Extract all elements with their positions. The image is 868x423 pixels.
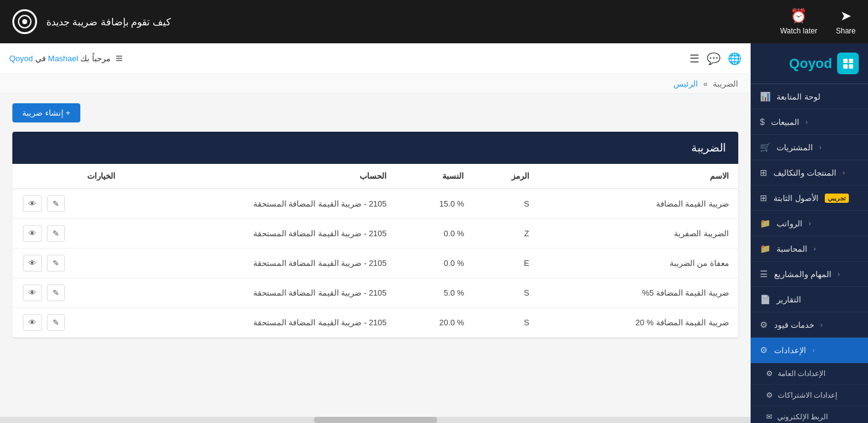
sub-label: الإعدادات العامة xyxy=(778,369,825,378)
chevron-icon: ‹ xyxy=(812,346,815,354)
sidebar-item-fixed-assets[interactable]: تجريبي الأصول الثابتة ⊞ xyxy=(751,186,868,211)
sidebar-item-reports[interactable]: التقارير 📄 xyxy=(751,287,868,312)
chevron-icon: ‹ xyxy=(819,143,822,151)
chat-icon[interactable]: 💬 xyxy=(707,52,720,66)
sidebar-item-products[interactable]: ‹ المنتجات والتكاليف ⊞ xyxy=(751,160,868,186)
cell-symbol: S xyxy=(473,308,538,338)
list-icon[interactable]: ☰ xyxy=(689,52,699,66)
sidebar-item-qoyod-services[interactable]: ‹ خدمات قيود ⚙ xyxy=(751,312,868,338)
cell-rate: % 20.0 xyxy=(396,308,474,338)
watch-later-icon: ⏰ xyxy=(790,8,807,24)
app-header-icons: 🌐 💬 ☰ xyxy=(689,52,741,66)
channel-logo xyxy=(12,9,37,34)
badge-trial: تجريبي xyxy=(825,194,849,203)
col-options: الخيارات xyxy=(12,164,125,189)
col-symbol: الرمز xyxy=(473,164,538,189)
cell-name: معفاة من الضريبة xyxy=(539,249,738,278)
cell-account: 2105 - ضريبة القيمة المضافة المستحقة xyxy=(125,189,396,219)
svg-rect-4 xyxy=(843,64,848,69)
sales-icon: $ xyxy=(760,117,765,127)
chevron-icon: ‹ xyxy=(838,270,840,278)
tax-table-container: الضريبة الاسم الرمز النسبة الحساب الخيار… xyxy=(12,132,738,338)
video-title: كيف تقوم بإضافة ضريبة جديدة xyxy=(46,16,171,28)
salaries-icon: 📁 xyxy=(760,218,770,228)
cell-name: الضريبة الصفرية xyxy=(539,219,738,249)
top-bar-actions: ⏰ Watch later ➤ Share xyxy=(780,8,856,35)
edit-button[interactable]: ✎ xyxy=(47,195,65,212)
sidebar-item-salaries[interactable]: ‹ الرواتب 📁 xyxy=(751,211,868,236)
dashboard-icon: 📊 xyxy=(760,92,770,101)
svg-point-1 xyxy=(22,19,27,24)
sub-settings-icon: ⚙ xyxy=(766,369,773,378)
breadcrumb-separator: » xyxy=(703,79,707,88)
view-button[interactable]: 👁 xyxy=(23,195,42,212)
reports-icon: 📄 xyxy=(760,294,770,304)
cell-actions: ✎ 👁 xyxy=(12,219,125,249)
watch-later-label: Watch later xyxy=(780,27,817,35)
table-title: الضريبة xyxy=(12,132,738,164)
chevron-icon: ‹ xyxy=(843,169,845,176)
sidebar-subitem-electronic-link[interactable]: الربط الإلكتروني ✉ xyxy=(751,406,868,423)
sidebar-item-accounting[interactable]: ‹ المحاسبة 📁 xyxy=(751,236,868,262)
share-label: Share xyxy=(836,27,856,35)
chevron-icon: ‹ xyxy=(809,220,811,227)
sidebar-subitem-subscription-settings[interactable]: إعدادات الاشتراكات ⚙ xyxy=(751,385,868,406)
tax-table: الاسم الرمز النسبة الحساب الخيارات ضريبة… xyxy=(12,164,738,338)
sidebar-item-dashboard[interactable]: لوحة المتابعة 📊 xyxy=(751,84,868,109)
svg-rect-2 xyxy=(843,59,848,63)
sidebar-subitem-general-settings[interactable]: الإعدادات العامة ⚙ xyxy=(751,363,868,385)
edit-button[interactable]: ✎ xyxy=(47,284,65,301)
top-bar-left: كيف تقوم بإضافة ضريبة جديدة xyxy=(12,9,171,34)
scrollbar-thumb[interactable] xyxy=(314,417,437,423)
cell-account: 2105 - ضريبة القيمة المضافة المستحقة xyxy=(125,249,396,278)
edit-button[interactable]: ✎ xyxy=(47,314,65,331)
sidebar-item-sales[interactable]: ‹ المبيعات $ xyxy=(751,109,868,135)
svg-rect-3 xyxy=(849,59,853,63)
top-bar: كيف تقوم بإضافة ضريبة جديدة ⏰ Watch late… xyxy=(0,0,868,43)
cell-actions: ✎ 👁 xyxy=(12,189,125,219)
chevron-icon: ‹ xyxy=(820,321,823,328)
view-button[interactable]: 👁 xyxy=(23,225,42,242)
breadcrumb: الضريبة » الرئيس xyxy=(0,74,751,94)
app-header-right: 🌐 💬 ☰ xyxy=(689,52,741,66)
cell-symbol: S xyxy=(473,189,538,219)
sub-subscription-icon: ⚙ xyxy=(766,391,773,400)
app-header-left: ≡ مرحباً بك Mashael في Qoyod xyxy=(9,51,123,66)
sub-label: إعدادات الاشتراكات xyxy=(778,391,837,400)
products-icon: ⊞ xyxy=(760,168,767,177)
svg-rect-5 xyxy=(849,64,853,69)
main-content: 🌐 💬 ☰ ≡ مرحباً بك Mashael في Qoyod الضري… xyxy=(0,43,868,423)
sub-link-icon: ✉ xyxy=(766,412,772,421)
hamburger-icon[interactable]: ≡ xyxy=(116,51,123,66)
cell-account: 2105 - ضريبة القيمة المضافة المستحقة xyxy=(125,278,396,308)
cell-actions: ✎ 👁 xyxy=(12,308,125,338)
share-icon: ➤ xyxy=(840,8,851,24)
sidebar-item-tasks[interactable]: ‹ المهام والمشاريع ☰ xyxy=(751,262,868,287)
sub-label: الربط الإلكتروني xyxy=(777,412,828,421)
watch-later-button[interactable]: ⏰ Watch later xyxy=(780,8,817,35)
sidebar-item-purchases[interactable]: ‹ المشتريات 🛒 xyxy=(751,135,868,160)
edit-button[interactable]: ✎ xyxy=(47,255,65,271)
view-button[interactable]: 👁 xyxy=(23,255,42,271)
col-account: الحساب xyxy=(125,164,396,189)
create-tax-button[interactable]: + إنشاء ضريبة xyxy=(12,103,80,122)
username: Mashael xyxy=(48,54,78,63)
horizontal-scrollbar[interactable] xyxy=(0,417,751,423)
table-row: ضريبة القيمة المضافة % 20 S % 20.0 2105 … xyxy=(12,308,738,338)
breadcrumb-home[interactable]: الرئيس xyxy=(673,79,698,88)
cell-actions: ✎ 👁 xyxy=(12,249,125,278)
sidebar-item-settings[interactable]: ‹ الإعدادات ⚙ xyxy=(751,338,868,363)
share-button[interactable]: ➤ Share xyxy=(836,8,856,35)
cell-rate: % 0.0 xyxy=(396,219,474,249)
cell-rate: % 5.0 xyxy=(396,278,474,308)
assets-icon: ⊞ xyxy=(760,193,767,203)
col-rate: النسبة xyxy=(396,164,474,189)
purchases-icon: 🛒 xyxy=(760,142,770,152)
edit-button[interactable]: ✎ xyxy=(47,225,65,242)
table-row: الضريبة الصفرية Z % 0.0 2105 - ضريبة الق… xyxy=(12,219,738,249)
right-sidebar: Qoyod لوحة المتابعة 📊 ‹ المبيعات $ ‹ الم… xyxy=(751,43,868,423)
col-name: الاسم xyxy=(539,164,738,189)
view-button[interactable]: 👁 xyxy=(23,284,42,301)
view-button[interactable]: 👁 xyxy=(23,314,42,331)
globe-icon[interactable]: 🌐 xyxy=(728,52,741,66)
